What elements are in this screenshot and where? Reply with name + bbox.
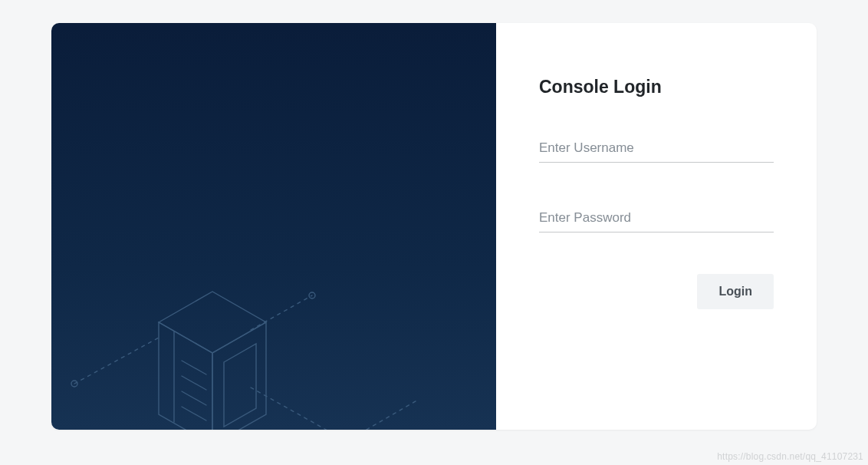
password-field-wrap — [539, 206, 774, 232]
login-form-panel: Console Login Login — [496, 23, 817, 430]
username-input[interactable] — [539, 136, 774, 163]
login-button[interactable]: Login — [697, 274, 774, 309]
username-field-wrap — [539, 136, 774, 163]
form-actions: Login — [539, 274, 774, 309]
hero-panel — [51, 23, 496, 430]
password-input[interactable] — [539, 206, 774, 232]
server-cube-icon — [51, 192, 496, 430]
watermark-text: https://blog.csdn.net/qq_41107231 — [717, 451, 863, 462]
login-card: Console Login Login — [51, 23, 817, 430]
page-title: Console Login — [539, 77, 774, 97]
